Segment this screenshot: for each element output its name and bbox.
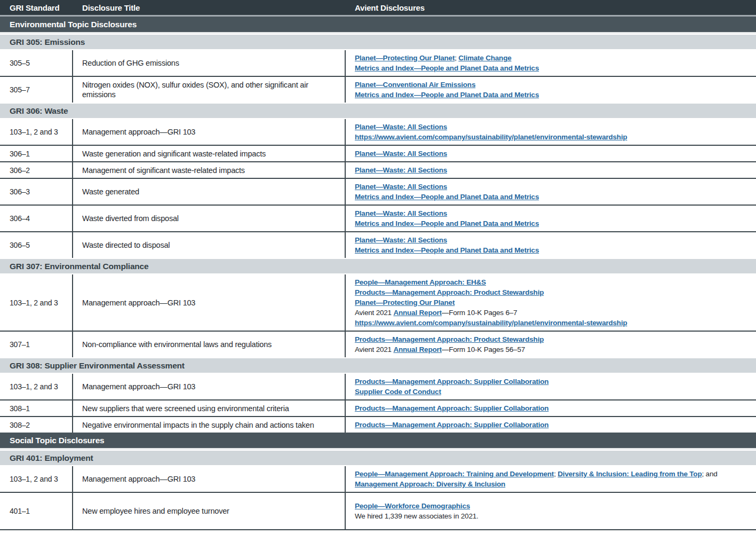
disclosure-text: —Form 10-K Pages 6–7 xyxy=(442,309,518,317)
disclosure-link[interactable]: https://www.avient.com/company/sustainab… xyxy=(355,133,627,141)
gri-code-cell: 306–1 xyxy=(0,146,73,161)
disclosure-link[interactable]: Metrics and Index—People and Planet Data… xyxy=(355,91,539,99)
subsection-header: GRI 305: Emissions xyxy=(0,35,756,49)
disclosure-line: Planet—Waste: All Sections xyxy=(355,122,752,132)
disclosure-line: Metrics and Index—People and Planet Data… xyxy=(355,63,752,73)
disclosure-line: Metrics and Index—People and Planet Data… xyxy=(355,245,752,255)
disclosure-title-cell: Negative environmental impacts in the su… xyxy=(73,417,346,433)
disclosure-link[interactable]: Planet—Waste: All Sections xyxy=(355,123,447,131)
gri-code-cell: 308–1 xyxy=(0,400,73,416)
disclosure-title-cell: Management approach—GRI 103 xyxy=(73,466,346,492)
gri-code-cell: 103–1, 2 and 3 xyxy=(0,274,73,331)
gri-code-cell: 306–2 xyxy=(0,162,73,178)
disclosure-line: Planet—Protecting Our Planet; Climate Ch… xyxy=(355,53,752,63)
disclosure-text: Avient 2021 xyxy=(355,345,393,354)
disclosure-link[interactable]: https://www.avient.com/company/sustainab… xyxy=(355,319,627,327)
disclosure-line: Avient 2021 Annual Report—Form 10-K Page… xyxy=(355,344,752,355)
disclosure-line: We hired 1,339 new associates in 2021. xyxy=(355,511,752,521)
table-row: 103–1, 2 and 3Management approach—GRI 10… xyxy=(0,374,756,399)
disclosure-line: Products—Management Approach: Supplier C… xyxy=(355,420,752,430)
disclosure-link[interactable]: Planet—Waste: All Sections xyxy=(355,209,447,217)
subsection-header: GRI 306: Waste xyxy=(0,104,756,118)
gri-code-cell: 103–1, 2 and 3 xyxy=(0,374,73,399)
disclosure-title-cell: New employee hires and employee turnover xyxy=(73,493,346,529)
table-row: 307–1Non-compliance with environmental l… xyxy=(0,331,756,357)
avient-disclosures-cell: Planet—Waste: All Sections xyxy=(346,146,756,161)
section-header: Social Topic Disclosures xyxy=(0,433,756,450)
disclosure-link[interactable]: Planet—Conventional Air Emissions xyxy=(355,81,475,89)
avient-disclosures-cell: People—Management Approach: EH&SProducts… xyxy=(346,274,756,331)
table-body: Environmental Topic DisclosuresGRI 305: … xyxy=(0,17,756,529)
disclosure-link[interactable]: Metrics and Index—People and Planet Data… xyxy=(355,64,539,72)
disclosure-link[interactable]: Metrics and Index—People and Planet Data… xyxy=(355,219,539,227)
disclosure-title-cell: Waste generation and significant waste-r… xyxy=(73,146,346,161)
disclosure-title-cell: Management approach—GRI 103 xyxy=(73,374,346,399)
disclosure-text: We hired 1,339 new associates in 2021. xyxy=(355,512,479,520)
table-row: 306–3Waste generatedPlanet—Waste: All Se… xyxy=(0,178,756,205)
disclosure-link[interactable]: Metrics and Index—People and Planet Data… xyxy=(355,193,539,201)
section-header: Environmental Topic Disclosures xyxy=(0,17,756,34)
avient-disclosures-cell: Planet—Waste: All Sections xyxy=(346,162,756,178)
disclosure-link[interactable]: Annual Report xyxy=(393,345,441,354)
disclosure-link[interactable]: Products—Management Approach: Supplier C… xyxy=(355,404,548,412)
disclosure-line: https://www.avient.com/company/sustainab… xyxy=(355,132,752,142)
disclosure-line: Planet—Waste: All Sections xyxy=(355,208,752,218)
table-row: 401–1New employee hires and employee tur… xyxy=(0,492,756,529)
table-row: 306–5Waste directed to disposalPlanet—Wa… xyxy=(0,231,756,258)
gri-code-cell: 305–5 xyxy=(0,50,73,76)
disclosure-link[interactable]: Diversity & Inclusion: Leading from the … xyxy=(558,470,702,478)
disclosure-line: Products—Management Approach: Product St… xyxy=(355,287,752,297)
disclosure-title-cell: Non-compliance with environmental laws a… xyxy=(73,332,346,357)
disclosure-link[interactable]: Planet—Waste: All Sections xyxy=(355,150,447,158)
disclosure-link[interactable]: Products—Management Approach: Supplier C… xyxy=(355,421,548,429)
disclosure-link[interactable]: Planet—Protecting Our Planet xyxy=(355,54,455,62)
disclosure-line: Products—Management Approach: Supplier C… xyxy=(355,403,752,413)
disclosure-title-cell: Waste directed to disposal xyxy=(73,232,346,258)
gri-disclosure-table: GRI Standard Disclosure Title Avient Dis… xyxy=(0,0,756,530)
disclosure-link[interactable]: Planet—Waste: All Sections xyxy=(355,236,447,244)
disclosure-line: Planet—Waste: All Sections xyxy=(355,182,752,192)
disclosure-line: People—Management Approach: Training and… xyxy=(355,469,752,479)
disclosure-link[interactable]: Annual Report xyxy=(393,309,441,317)
disclosure-line: Metrics and Index—People and Planet Data… xyxy=(355,90,752,100)
disclosure-line: People—Workforce Demographics xyxy=(355,501,752,511)
disclosure-link[interactable]: Management Approach: Diversity & Inclusi… xyxy=(355,480,505,488)
disclosure-title-cell: Waste generated xyxy=(73,179,346,205)
avient-disclosures-cell: People—Management Approach: Training and… xyxy=(346,466,756,492)
disclosure-link[interactable]: Planet—Protecting Our Planet xyxy=(355,299,455,307)
disclosure-line: Planet—Waste: All Sections xyxy=(355,165,752,175)
disclosure-title-cell: Waste diverted from disposal xyxy=(73,206,346,231)
table-row: 103–1, 2 and 3Management approach—GRI 10… xyxy=(0,274,756,331)
disclosure-link[interactable]: Products—Management Approach: Supplier C… xyxy=(355,378,548,386)
table-row: 103–1, 2 and 3Management approach—GRI 10… xyxy=(0,466,756,492)
disclosure-link[interactable]: Products—Management Approach: Product St… xyxy=(355,288,544,296)
disclosure-link[interactable]: People—Workforce Demographics xyxy=(355,502,470,510)
disclosure-link[interactable]: People—Management Approach: EH&S xyxy=(355,278,486,286)
disclosure-line: Avient 2021 Annual Report—Form 10-K Page… xyxy=(355,308,752,318)
table-header: GRI Standard Disclosure Title Avient Dis… xyxy=(0,0,756,17)
gri-code-cell: 308–2 xyxy=(0,417,73,433)
disclosure-line: Planet—Conventional Air Emissions xyxy=(355,80,752,90)
disclosure-link[interactable]: Planet—Waste: All Sections xyxy=(355,183,447,191)
disclosure-link[interactable]: Planet—Waste: All Sections xyxy=(355,166,447,174)
disclosure-line: Products—Management Approach: Supplier C… xyxy=(355,376,752,387)
disclosure-title-cell: Nitrogen oxides (NOX), sulfur oxides (SO… xyxy=(73,77,346,103)
disclosure-link[interactable]: Climate Change xyxy=(458,54,511,62)
gri-code-cell: 306–3 xyxy=(0,179,73,205)
disclosure-title-cell: Management approach—GRI 103 xyxy=(73,119,346,145)
table-row: 306–1Waste generation and significant wa… xyxy=(0,145,756,161)
disclosure-link[interactable]: People—Management Approach: Training and… xyxy=(355,470,554,478)
column-header-avient-disclosures: Avient Disclosures xyxy=(346,3,756,12)
disclosure-link[interactable]: Supplier Code of Conduct xyxy=(355,388,441,396)
disclosure-line: Metrics and Index—People and Planet Data… xyxy=(355,192,752,202)
disclosure-line: https://www.avient.com/company/sustainab… xyxy=(355,318,752,328)
disclosure-link[interactable]: Products—Management Approach: Product St… xyxy=(355,335,544,343)
gri-code-cell: 306–4 xyxy=(0,206,73,231)
disclosure-link[interactable]: Metrics and Index—People and Planet Data… xyxy=(355,246,539,254)
gri-code-cell: 401–1 xyxy=(0,493,73,529)
gri-code-cell: 103–1, 2 and 3 xyxy=(0,466,73,492)
table-row: 306–4Waste diverted from disposalPlanet—… xyxy=(0,205,756,231)
disclosure-line: Supplier Code of Conduct xyxy=(355,387,752,397)
avient-disclosures-cell: Planet—Waste: All SectionsMetrics and In… xyxy=(346,206,756,231)
disclosure-text: —Form 10-K Pages 56–57 xyxy=(442,345,525,354)
